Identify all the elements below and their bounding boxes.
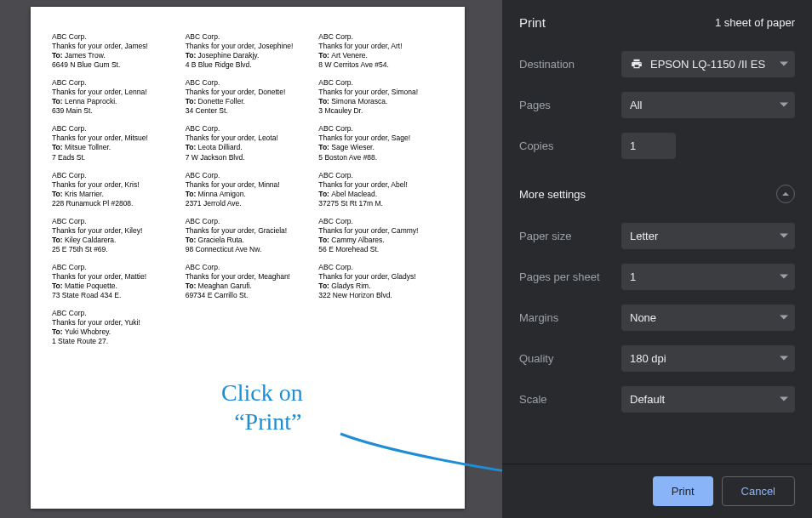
label-to-line: To: Abel Maclead. — [318, 190, 443, 199]
paper-size-value: Letter — [630, 230, 658, 242]
printer-icon — [630, 58, 643, 70]
label-address: 1 State Route 27. — [52, 337, 177, 346]
label-thanks: Thanks for your order, Leota! — [186, 134, 311, 143]
label-corp: ABC Corp. — [52, 32, 177, 42]
label-to-line: To: Graciela Ruta. — [186, 236, 311, 245]
address-label: ABC Corp.Thanks for your order, Josephin… — [186, 32, 311, 70]
label-to-line: To: Josephine Darakjy. — [186, 51, 311, 60]
label-address: 98 Connecticut Ave Nw. — [186, 245, 311, 254]
label-corp: ABC Corp. — [318, 263, 443, 272]
label-to-prefix: To: — [52, 190, 65, 198]
label-to-name: Kris Marrier. — [65, 190, 104, 198]
label-to-prefix: To: — [52, 51, 65, 60]
margins-select[interactable]: None — [621, 305, 795, 331]
address-label: ABC Corp.Thanks for your order, Mattie!T… — [52, 263, 177, 300]
label-to-name: Mattie Poquette. — [65, 282, 117, 290]
address-label: ABC Corp.Thanks for your order, Minna!To… — [186, 171, 311, 208]
label-to-name: Leota Dilliard. — [198, 143, 243, 151]
label-corp: ABC Corp. — [186, 124, 311, 134]
destination-label: Destination — [519, 58, 621, 71]
label-to-line: To: Meaghan Garufi. — [186, 282, 311, 291]
address-label: ABC Corp.Thanks for your order, Art!To: … — [318, 32, 443, 70]
label-to-line: To: Lenna Paprocki. — [52, 97, 177, 106]
quality-select[interactable]: 180 dpi — [621, 345, 795, 372]
panel-header: Print 1 sheet of paper — [502, 0, 812, 43]
label-thanks: Thanks for your order, Minna! — [186, 180, 311, 190]
label-to-line: To: Donette Foller. — [186, 97, 311, 106]
cancel-button[interactable]: Cancel — [722, 476, 795, 506]
print-button[interactable]: Print — [653, 476, 713, 506]
copies-input[interactable] — [621, 133, 676, 159]
label-to-prefix: To: — [186, 282, 198, 290]
label-to-name: Kiley Caldarera. — [65, 236, 116, 244]
label-to-prefix: To: — [186, 143, 198, 151]
label-address: 69734 E Carrillo St. — [186, 291, 311, 300]
collapse-more-button[interactable] — [776, 185, 795, 203]
sheet-count: 1 sheet of paper — [715, 16, 795, 29]
label-address: 37275 St Rt 17m M. — [318, 199, 443, 208]
label-address: 25 E 75th St #69. — [52, 245, 177, 254]
print-settings-panel: Print 1 sheet of paper Destination EPSON… — [502, 0, 812, 518]
label-to-name: Gladys Rim. — [331, 282, 370, 290]
label-corp: ABC Corp. — [318, 32, 443, 42]
print-dialog: ABC Corp.Thanks for your order, James!To… — [0, 0, 812, 518]
label-address: 73 State Road 434 E. — [52, 291, 177, 300]
label-thanks: Thanks for your order, Sage! — [318, 134, 443, 143]
label-corp: ABC Corp. — [52, 263, 177, 272]
label-address: 322 New Horizon Blvd. — [318, 291, 443, 300]
label-to-name: Meaghan Garufi. — [198, 282, 252, 290]
label-thanks: Thanks for your order, Mattie! — [52, 272, 177, 282]
address-label: ABC Corp.Thanks for your order, Mitsue!T… — [52, 124, 177, 162]
address-label: ABC Corp.Thanks for your order, Simona!T… — [318, 78, 443, 116]
pages-value: All — [630, 99, 642, 111]
scale-label: Scale — [519, 393, 621, 406]
label-to-name: Lenna Paprocki. — [65, 97, 117, 105]
label-corp: ABC Corp. — [318, 217, 443, 226]
label-corp: ABC Corp. — [186, 32, 311, 42]
label-address: 7 Eads St. — [52, 153, 177, 162]
label-corp: ABC Corp. — [52, 78, 177, 88]
label-corp: ABC Corp. — [186, 217, 311, 226]
pages-label: Pages — [519, 99, 621, 111]
address-label: ABC Corp.Thanks for your order, Sage!To:… — [318, 124, 443, 162]
label-to-line: To: Minna Amigon. — [186, 190, 311, 199]
label-corp: ABC Corp. — [186, 78, 311, 88]
label-address: 639 Main St. — [52, 106, 177, 116]
label-corp: ABC Corp. — [318, 124, 443, 134]
label-corp: ABC Corp. — [52, 124, 177, 134]
label-to-prefix: To: — [186, 190, 198, 198]
margins-label: Margins — [519, 311, 621, 324]
pps-select[interactable]: 1 — [621, 264, 795, 290]
label-address: 8 W Cerritos Ave #54. — [318, 60, 443, 70]
row-scale: Scale Default — [502, 379, 812, 419]
scale-select[interactable]: Default — [621, 386, 795, 413]
label-to-line: To: Art Venere. — [318, 51, 443, 60]
label-to-prefix: To: — [318, 190, 331, 198]
margins-value: None — [630, 311, 656, 324]
label-to-prefix: To: — [186, 51, 198, 60]
label-thanks: Thanks for your order, Josephine! — [186, 42, 311, 51]
panel-scroll[interactable]: Print 1 sheet of paper Destination EPSON… — [502, 0, 812, 464]
label-to-prefix: To: — [52, 236, 65, 244]
destination-select[interactable]: EPSON LQ-1150 /II ES — [621, 51, 795, 77]
label-address: 7 W Jackson Blvd. — [186, 153, 311, 162]
label-address: 3 Mcauley Dr. — [318, 106, 443, 116]
labels-grid: ABC Corp.Thanks for your order, James!To… — [52, 32, 443, 346]
paper-size-select[interactable]: Letter — [621, 223, 795, 249]
scale-value: Default — [630, 393, 665, 406]
label-to-line: To: James Trow. — [52, 51, 177, 60]
annotation-text: Click on “Print” — [221, 379, 303, 435]
label-thanks: Thanks for your order, Abel! — [318, 180, 443, 190]
label-to-name: James Trow. — [65, 51, 106, 60]
row-pages-per-sheet: Pages per sheet 1 — [502, 256, 812, 297]
label-to-name: Yuki Whobrey. — [65, 327, 111, 336]
label-to-line: To: Yuki Whobrey. — [52, 327, 177, 337]
address-label: ABC Corp.Thanks for your order, Graciela… — [186, 217, 311, 254]
label-thanks: Thanks for your order, Meaghan! — [186, 272, 311, 282]
label-to-line: To: Kris Marrier. — [52, 190, 177, 199]
copies-label: Copies — [519, 139, 621, 152]
pages-select[interactable]: All — [621, 92, 795, 118]
more-settings-label: More settings — [519, 188, 586, 201]
label-to-line: To: Sage Wieser. — [318, 143, 443, 152]
row-more-settings[interactable]: More settings — [502, 166, 812, 215]
